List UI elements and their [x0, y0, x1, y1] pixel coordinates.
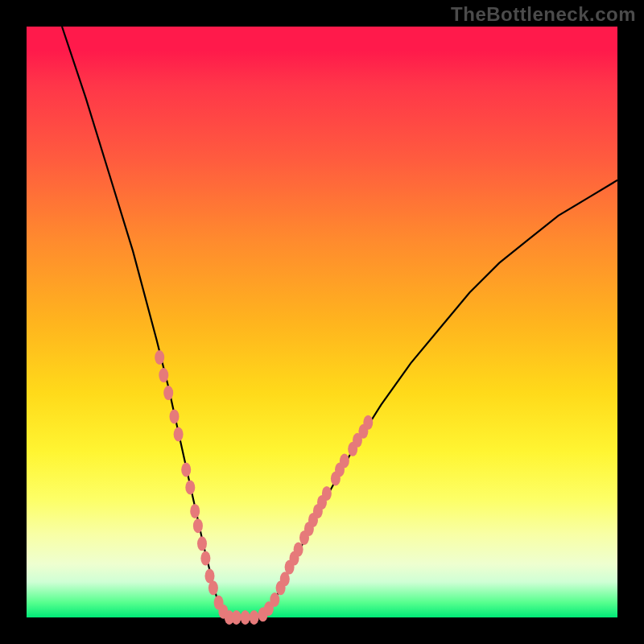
curve-marker: [197, 536, 207, 551]
curve-marker: [159, 368, 168, 382]
curve-marker: [294, 543, 303, 557]
curve-marker: [163, 386, 173, 400]
plot-area: [27, 27, 617, 617]
curve-marker: [155, 350, 164, 365]
chart-frame: TheBottleneck.com: [0, 0, 644, 644]
curve-marker: [340, 454, 349, 469]
curve-marker: [232, 610, 242, 625]
curve-marker: [241, 610, 250, 625]
curve-marker: [250, 610, 259, 625]
curve-marker: [170, 409, 180, 423]
curve-marker: [174, 427, 184, 442]
curve-marker: [193, 518, 203, 533]
curve-markers: [155, 350, 373, 625]
curve-marker: [200, 551, 210, 566]
curve-marker: [363, 415, 373, 430]
curve-marker: [270, 592, 279, 607]
curve-marker: [185, 481, 195, 495]
curve-marker: [190, 504, 200, 518]
curve-marker: [322, 486, 332, 501]
curve-marker: [181, 463, 191, 477]
bottleneck-curve: [62, 27, 617, 617]
curve-svg: [27, 27, 617, 617]
curve-marker: [208, 580, 218, 595]
watermark-text: TheBottleneck.com: [451, 3, 636, 26]
